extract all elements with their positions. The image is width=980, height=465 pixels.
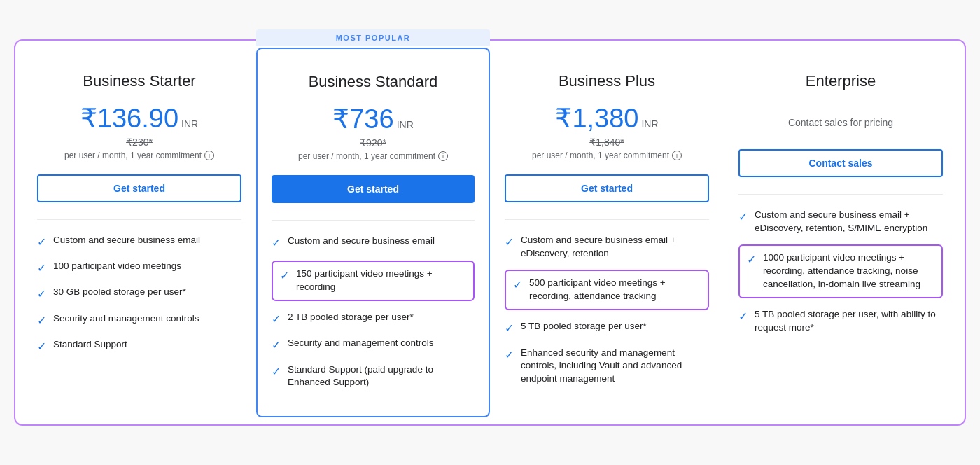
feature-item-starter-3: ✓ Security and management controls	[37, 312, 241, 328]
divider-standard	[272, 220, 475, 221]
check-icon-enterprise-0: ✓	[738, 209, 748, 225]
divider-enterprise	[738, 194, 943, 195]
feature-text-starter-4: Standard Support	[53, 338, 127, 352]
feature-item-standard-4: ✓ Standard Support (paid upgrade to Enha…	[272, 363, 475, 390]
feature-text-standard-4: Standard Support (paid upgrade to Enhanc…	[288, 363, 475, 390]
price-row-starter: ₹136.90 INR	[37, 103, 241, 134]
info-icon-plus[interactable]: i	[672, 151, 682, 160]
divider-plus	[505, 219, 709, 220]
billing-plus: per user / month, 1 year commitment i	[505, 151, 709, 160]
cta-button-standard[interactable]: Get started	[272, 175, 475, 203]
feature-text-standard-3: Security and management controls	[288, 337, 434, 350]
plan-currency-starter: INR	[181, 118, 198, 130]
feature-text-enterprise-2: 5 TB pooled storage per user, with abili…	[755, 308, 943, 335]
original-price-starter: ₹230*	[37, 137, 241, 148]
pricing-wrapper: Business Starter ₹136.90 INR ₹230* per u…	[14, 39, 966, 426]
check-icon-standard-0: ✓	[272, 235, 281, 251]
check-icon-standard-3: ✓	[272, 338, 281, 353]
check-icon-starter-0: ✓	[37, 235, 46, 250]
plan-name-standard: Business Standard	[272, 73, 475, 91]
feature-item-starter-4: ✓ Standard Support	[37, 338, 241, 354]
billing-standard: per user / month, 1 year commitment i	[272, 151, 475, 161]
feature-text-plus-1: 500 participant video meetings + recordi…	[529, 277, 701, 303]
check-icon-plus-0: ✓	[505, 235, 514, 250]
feature-item-starter-1: ✓ 100 participant video meetings	[37, 260, 241, 276]
check-icon-standard-2: ✓	[272, 312, 281, 327]
feature-item-enterprise-0: ✓ Custom and secure business email + eDi…	[738, 209, 943, 235]
feature-text-starter-1: 100 participant video meetings	[53, 260, 181, 273]
divider-starter	[37, 219, 241, 220]
plan-price-standard: ₹736	[332, 104, 393, 134]
feature-item-plus-0: ✓ Custom and secure business email + eDi…	[505, 234, 709, 261]
feature-item-plus-3: ✓ Enhanced security and management contr…	[505, 347, 709, 387]
check-icon-starter-1: ✓	[37, 261, 46, 276]
plan-name-plus: Business Plus	[505, 72, 709, 90]
cta-button-starter[interactable]: Get started	[37, 174, 241, 202]
plan-col-starter: Business Starter ₹136.90 INR ₹230* per u…	[22, 48, 256, 418]
feature-text-starter-2: 30 GB pooled storage per user*	[53, 286, 186, 299]
feature-text-starter-0: Custom and secure business email	[53, 234, 200, 247]
feature-text-starter-3: Security and management controls	[53, 312, 200, 326]
feature-highlighted-plus-1: ✓ 500 participant video meetings + recor…	[505, 270, 709, 310]
price-row-plus: ₹1,380 INR	[505, 103, 709, 134]
plan-col-standard: MOST POPULARBusiness Standard ₹736 INR ₹…	[256, 48, 490, 418]
info-icon-standard[interactable]: i	[438, 151, 448, 161]
feature-text-plus-0: Custom and secure business email + eDisc…	[521, 234, 709, 261]
feature-text-enterprise-1: 1000 participant video meetings + record…	[763, 251, 934, 291]
feature-highlighted-standard-1: ✓ 150 participant video meetings + recor…	[272, 261, 475, 301]
original-price-plus: ₹1,840*	[505, 137, 709, 148]
check-icon-plus-3: ✓	[505, 347, 514, 363]
feature-list-plus: ✓ Custom and secure business email + eDi…	[505, 234, 709, 387]
price-row-standard: ₹736 INR	[272, 104, 475, 134]
most-popular-badge: MOST POPULAR	[256, 29, 490, 46]
feature-item-plus-2: ✓ 5 TB pooled storage per user*	[505, 320, 709, 336]
info-icon-starter[interactable]: i	[204, 151, 214, 160]
check-icon-plus-1: ✓	[513, 277, 522, 293]
check-icon-standard-4: ✓	[272, 364, 281, 380]
feature-highlighted-enterprise-1: ✓ 1000 participant video meetings + reco…	[738, 244, 943, 298]
check-icon-standard-1: ✓	[280, 268, 289, 284]
billing-starter: per user / month, 1 year commitment i	[37, 151, 241, 160]
check-icon-enterprise-2: ✓	[738, 309, 748, 324]
plan-price-starter: ₹136.90	[80, 103, 178, 134]
feature-item-enterprise-2: ✓ 5 TB pooled storage per user, with abi…	[738, 308, 943, 335]
feature-item-starter-2: ✓ 30 GB pooled storage per user*	[37, 286, 241, 302]
check-icon-starter-4: ✓	[37, 339, 46, 354]
feature-text-plus-2: 5 TB pooled storage per user*	[521, 320, 647, 333]
feature-text-plus-3: Enhanced security and management control…	[521, 347, 709, 387]
plan-currency-standard: INR	[397, 119, 414, 130]
contact-sales-text: Contact sales for pricing	[738, 103, 943, 135]
feature-text-standard-0: Custom and secure business email	[288, 235, 435, 248]
feature-item-standard-3: ✓ Security and management controls	[272, 337, 475, 353]
cta-button-enterprise[interactable]: Contact sales	[738, 149, 943, 177]
check-icon-starter-2: ✓	[37, 286, 46, 302]
check-icon-enterprise-1: ✓	[747, 252, 756, 268]
plan-col-enterprise: EnterpriseContact sales for pricingConta…	[724, 48, 958, 418]
pricing-grid: Business Starter ₹136.90 INR ₹230* per u…	[22, 48, 958, 418]
feature-item-standard-2: ✓ 2 TB pooled storage per user*	[272, 311, 475, 327]
check-icon-plus-2: ✓	[505, 321, 514, 336]
plan-col-plus: Business Plus ₹1,380 INR ₹1,840* per use…	[490, 48, 724, 418]
feature-list-standard: ✓ Custom and secure business email ✓ 150…	[272, 235, 475, 390]
plan-name-enterprise: Enterprise	[738, 72, 943, 90]
plan-price-plus: ₹1,380	[555, 103, 638, 134]
feature-text-standard-2: 2 TB pooled storage per user*	[288, 311, 414, 324]
plan-currency-plus: INR	[641, 118, 658, 130]
feature-item-standard-0: ✓ Custom and secure business email	[272, 235, 475, 251]
feature-list-enterprise: ✓ Custom and secure business email + eDi…	[738, 209, 943, 335]
feature-text-enterprise-0: Custom and secure business email + eDisc…	[755, 209, 943, 235]
check-icon-starter-3: ✓	[37, 313, 46, 328]
cta-button-plus[interactable]: Get started	[505, 174, 709, 202]
plan-name-starter: Business Starter	[37, 72, 241, 90]
feature-text-standard-1: 150 participant video meetings + recordi…	[296, 268, 466, 294]
feature-list-starter: ✓ Custom and secure business email ✓ 100…	[37, 234, 241, 355]
feature-item-starter-0: ✓ Custom and secure business email	[37, 234, 241, 250]
original-price-standard: ₹920*	[272, 137, 475, 148]
